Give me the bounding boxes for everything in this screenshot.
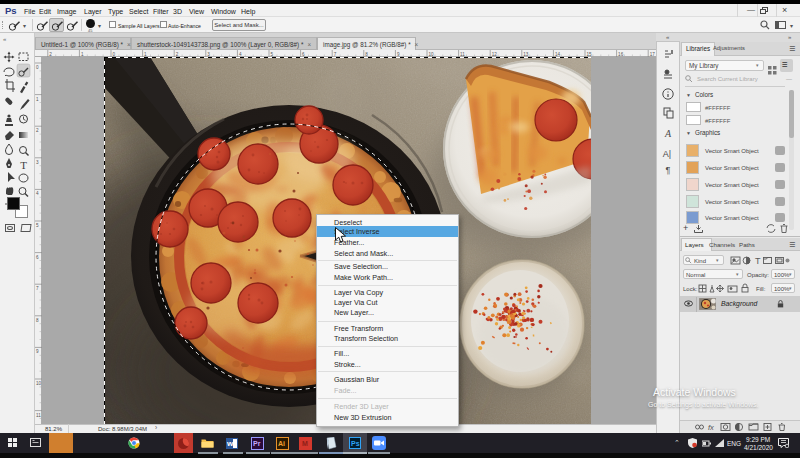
svg-text:15: 15 xyxy=(587,52,593,57)
svg-text:3: 3 xyxy=(36,160,39,165)
svg-text:7: 7 xyxy=(36,286,39,291)
svg-text:11: 11 xyxy=(36,413,41,418)
svg-text:9: 9 xyxy=(397,52,400,57)
svg-text:2: 2 xyxy=(49,52,52,57)
svg-text:14: 14 xyxy=(555,52,561,57)
svg-text:5: 5 xyxy=(36,223,39,228)
svg-text:fx: fx xyxy=(708,423,714,432)
svg-text:A: A xyxy=(664,128,672,139)
svg-text:6: 6 xyxy=(36,255,39,260)
svg-text:2: 2 xyxy=(176,52,179,57)
svg-text:12: 12 xyxy=(492,52,498,57)
svg-text:13: 13 xyxy=(523,52,529,57)
svg-text:T: T xyxy=(755,256,761,266)
svg-text:11: 11 xyxy=(460,52,465,57)
svg-text:8: 8 xyxy=(365,52,368,57)
svg-text:¶: ¶ xyxy=(666,165,671,175)
svg-text:T: T xyxy=(20,159,27,171)
svg-text:4: 4 xyxy=(239,52,242,57)
svg-text:9: 9 xyxy=(36,349,39,354)
svg-text:10: 10 xyxy=(36,381,42,386)
svg-text:1: 1 xyxy=(81,52,84,57)
svg-text:A|: A| xyxy=(663,149,671,159)
svg-text:10: 10 xyxy=(429,52,435,57)
svg-text:0: 0 xyxy=(36,65,39,70)
svg-text:3: 3 xyxy=(207,52,210,57)
svg-text:8: 8 xyxy=(36,318,39,323)
svg-text:4: 4 xyxy=(36,191,39,196)
svg-text:1: 1 xyxy=(36,97,39,102)
svg-text:7: 7 xyxy=(334,52,337,57)
svg-text:17: 17 xyxy=(650,52,656,57)
svg-text:2: 2 xyxy=(36,128,39,133)
svg-text:5: 5 xyxy=(271,52,274,57)
svg-text:16: 16 xyxy=(618,52,624,57)
svg-text:1: 1 xyxy=(144,52,147,57)
svg-text:6: 6 xyxy=(302,52,305,57)
svg-text:0: 0 xyxy=(113,52,116,57)
